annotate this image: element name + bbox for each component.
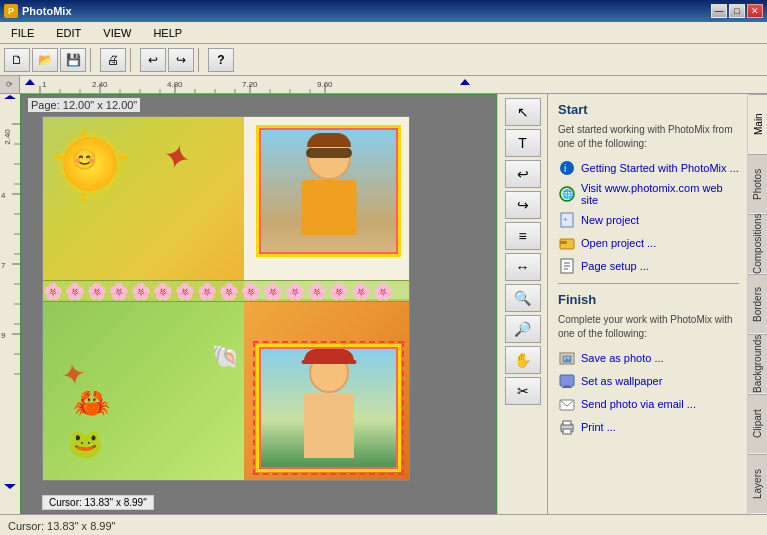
close-button[interactable]: ✕ [747, 4, 763, 18]
svg-text:4: 4 [1, 191, 6, 200]
link-save-photo[interactable]: Save as photo ... [558, 349, 739, 367]
svg-text:2.40: 2.40 [3, 129, 12, 145]
menu-help[interactable]: HELP [142, 22, 193, 43]
tab-layers[interactable]: Layers [748, 454, 767, 514]
link-icon-set-wallpaper [558, 372, 576, 390]
status-bar: Cursor: 13.83" x 8.99" [0, 514, 767, 535]
tool-undo[interactable]: ↩ [505, 160, 541, 188]
title-bar: P PhotoMix — □ ✕ [0, 0, 767, 22]
tab-compositions[interactable]: Compositions [748, 214, 767, 274]
canvas-area[interactable]: Page: 12.00" x 12.00" [20, 94, 497, 514]
svg-text:1: 1 [42, 80, 47, 89]
start-title: Start [558, 102, 739, 117]
page-label: Page: 12.00" x 12.00" [28, 98, 140, 112]
svg-text:4.80: 4.80 [167, 80, 183, 89]
tool-hand[interactable]: ✋ [505, 346, 541, 374]
toolbar-print[interactable]: 🖨 [100, 48, 126, 72]
right-panel: Start Get started working with PhotoMix … [547, 94, 767, 514]
link-icon-page-setup [558, 257, 576, 275]
menu-view-label: VIEW [103, 27, 131, 39]
tool-crop[interactable]: ✂ [505, 377, 541, 405]
title-text: P PhotoMix [4, 4, 72, 18]
svg-point-46 [560, 161, 574, 175]
toolbar-new[interactable]: 🗋 [4, 48, 30, 72]
svg-text:9: 9 [1, 331, 6, 340]
toolbar-redo[interactable]: ↪ [168, 48, 194, 72]
minimize-button[interactable]: — [711, 4, 727, 18]
shell1: 🐚 [212, 344, 239, 370]
toolbar-undo[interactable]: ↩ [140, 48, 166, 72]
menu-edit-label: EDIT [56, 27, 81, 39]
link-print[interactable]: Print ... [558, 418, 739, 436]
link-icon-send-email [558, 395, 576, 413]
app-icon: P [4, 4, 18, 18]
tool-text[interactable]: T [505, 129, 541, 157]
toolbar-open[interactable]: 📂 [32, 48, 58, 72]
tab-photos[interactable]: Photos [748, 154, 767, 214]
link-icon-print [558, 418, 576, 436]
link-send-email[interactable]: Send photo via email ... [558, 395, 739, 413]
main-area: 2.40 4 7 9 [0, 94, 767, 514]
svg-rect-63 [562, 387, 572, 388]
start-section: Start Get started working with PhotoMix … [558, 102, 739, 275]
svg-rect-67 [563, 429, 571, 434]
link-new-project[interactable]: + New project [558, 211, 739, 229]
tab-clipart[interactable]: Clipart [748, 394, 767, 454]
photo-frame-2[interactable] [256, 344, 401, 472]
menu-help-label: HELP [153, 27, 182, 39]
tool-redo[interactable]: ↪ [505, 191, 541, 219]
link-website[interactable]: 🌐 Visit www.photomix.com web site [558, 182, 739, 206]
crab-decoration: 🦀 [73, 385, 110, 420]
panel-tabs: Main Photos Compositions Borders Backgro… [747, 94, 767, 514]
menu-file[interactable]: FILE [0, 22, 45, 43]
ruler-right-spacer [497, 76, 767, 94]
tool-flip[interactable]: ↔ [505, 253, 541, 281]
tool-zoom-out[interactable]: 🔎 [505, 315, 541, 343]
sun-decoration: 😊 [55, 129, 127, 201]
link-icon-open-project [558, 234, 576, 252]
svg-text:7.20: 7.20 [242, 80, 258, 89]
link-icon-new-project: + [558, 211, 576, 229]
photo-canvas[interactable]: 😊 ✦ ✦ 🐚 🐚 🌸🌸🌸🌸🌸🌸🌸🌸🌸🌸🌸🌸🌸🌸🌸🌸 🦀 [42, 116, 410, 481]
svg-text:i: i [564, 163, 566, 174]
v-ruler: 2.40 4 7 9 [0, 94, 20, 514]
link-icon-website: 🌐 [558, 185, 576, 203]
maximize-button[interactable]: □ [729, 4, 745, 18]
finish-desc: Complete your work with PhotoMix with on… [558, 313, 739, 341]
tool-zoom-in[interactable]: 🔍 [505, 284, 541, 312]
tool-select[interactable]: ↖ [505, 98, 541, 126]
ruler-corner: ⟳ [0, 76, 20, 94]
start-desc: Get started working with PhotoMix from o… [558, 123, 739, 151]
finish-title: Finish [558, 292, 739, 307]
status-cursor: Cursor: 13.83" x 8.99" [8, 520, 115, 532]
tab-borders[interactable]: Borders [748, 274, 767, 334]
link-getting-started[interactable]: i Getting Started with PhotoMix ... [558, 159, 739, 177]
menu-bar: FILE EDIT VIEW HELP [0, 22, 767, 44]
svg-rect-66 [563, 421, 571, 425]
flower-border: 🌸🌸🌸🌸🌸🌸🌸🌸🌸🌸🌸🌸🌸🌸🌸🌸 [43, 280, 409, 302]
toolbar-sep3 [198, 48, 204, 72]
window-controls: — □ ✕ [711, 4, 763, 18]
svg-text:+: + [563, 215, 568, 224]
tab-backgrounds[interactable]: Backgrounds [748, 334, 767, 394]
menu-view[interactable]: VIEW [92, 22, 142, 43]
link-open-project[interactable]: Open project ... [558, 234, 739, 252]
panel-divider [558, 283, 739, 284]
toolbar: 🗋 📂 💾 🖨 ↩ ↪ ? [0, 44, 767, 76]
toolbar-help[interactable]: ? [208, 48, 234, 72]
menu-edit[interactable]: EDIT [45, 22, 92, 43]
panel-content: Start Get started working with PhotoMix … [548, 94, 747, 514]
photo-frame-1[interactable] [256, 125, 401, 257]
link-icon-save-photo [558, 349, 576, 367]
tab-main[interactable]: Main [748, 94, 767, 154]
link-page-setup[interactable]: Page setup ... [558, 257, 739, 275]
tool-align[interactable]: ≡ [505, 222, 541, 250]
svg-text:7: 7 [1, 261, 6, 270]
tool-panel: ↖ T ↩ ↪ ≡ ↔ 🔍 🔎 ✋ ✂ [497, 94, 547, 514]
link-set-wallpaper[interactable]: Set as wallpaper [558, 372, 739, 390]
toolbar-save[interactable]: 💾 [60, 48, 86, 72]
app-title: PhotoMix [22, 5, 72, 17]
svg-text:2.40: 2.40 [92, 80, 108, 89]
finish-section: Finish Complete your work with PhotoMix … [558, 292, 739, 436]
cursor-label: Cursor: 13.83" x 8.99" [42, 495, 154, 510]
